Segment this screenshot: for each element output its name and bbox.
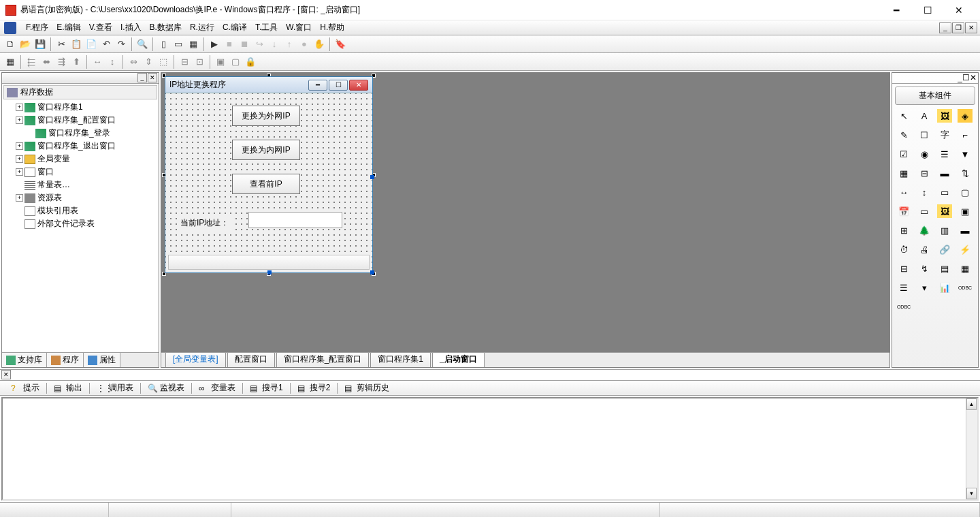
open-icon[interactable]: 📂 bbox=[18, 37, 33, 52]
tree-node[interactable]: 模块引用表 bbox=[3, 204, 157, 217]
close-button[interactable]: ✕ bbox=[943, 0, 975, 20]
hand-icon[interactable]: ✋ bbox=[312, 37, 327, 52]
bring-front-icon[interactable]: ▣ bbox=[213, 54, 228, 69]
output-close-button[interactable]: ✕ bbox=[1, 370, 11, 379]
button-component-icon[interactable]: ▭ bbox=[917, 204, 932, 218]
run-icon[interactable]: ▶ bbox=[207, 37, 222, 52]
project-tree[interactable]: 程序数据 +窗口程序集1+窗口程序集_配置窗口窗口程序集_登录+窗口程序集_退出… bbox=[2, 84, 159, 352]
image-component-icon[interactable]: 🖼 bbox=[937, 204, 952, 218]
align-top-icon[interactable]: ⬆ bbox=[69, 54, 84, 69]
panel-minimize-button[interactable]: _ bbox=[137, 73, 147, 82]
menu-window[interactable]: W.窗口 bbox=[282, 20, 316, 35]
same-width-icon[interactable]: ⇔ bbox=[126, 54, 141, 69]
bookmark-icon[interactable]: 🔖 bbox=[333, 37, 348, 52]
popup-component-icon[interactable]: ▾ bbox=[917, 281, 932, 294]
form-button-2[interactable]: 更换为内网IP bbox=[232, 140, 300, 160]
inner-handle-e[interactable] bbox=[370, 175, 374, 179]
tree-node[interactable]: +全局变量 bbox=[3, 153, 157, 166]
tree-node[interactable]: +窗口程序集_退出窗口 bbox=[3, 140, 157, 153]
corner-component-icon[interactable]: ⌐ bbox=[958, 128, 973, 142]
menu-database[interactable]: B.数据库 bbox=[146, 20, 186, 35]
same-size-icon[interactable]: ⬚ bbox=[156, 54, 171, 69]
datasource-component-icon[interactable]: ↯ bbox=[917, 262, 932, 275]
tab-program[interactable]: 程序 bbox=[47, 353, 84, 367]
timer-component-icon[interactable]: ⏱ bbox=[896, 242, 911, 256]
form-button-3[interactable]: 查看前IP bbox=[232, 174, 300, 194]
redo-icon[interactable]: ↷ bbox=[114, 37, 129, 52]
expand-icon[interactable]: + bbox=[16, 104, 23, 111]
tab-global-vars[interactable]: [全局变量表] bbox=[165, 352, 226, 367]
printer-component-icon[interactable]: 🖨 bbox=[917, 242, 932, 256]
align-center-icon[interactable]: ⬌ bbox=[39, 54, 54, 69]
report-component-icon[interactable]: ▤ bbox=[937, 262, 952, 275]
menu-run[interactable]: R.运行 bbox=[186, 20, 218, 35]
picture-component-icon[interactable]: 🖼 bbox=[937, 109, 952, 123]
tab-clip-history[interactable]: ▤剪辑历史 bbox=[339, 380, 395, 396]
layout1-icon[interactable]: ▯ bbox=[156, 37, 171, 52]
distribute-v-icon[interactable]: ↕ bbox=[105, 54, 120, 69]
tab-search1[interactable]: ▤搜寻1 bbox=[244, 380, 289, 396]
form-label-ip[interactable]: 当前IP地址： bbox=[178, 216, 231, 230]
center-h-icon[interactable]: ⊟ bbox=[177, 54, 192, 69]
mdi-close-button[interactable]: ✕ bbox=[965, 22, 977, 33]
layout2-icon[interactable]: ▭ bbox=[171, 37, 186, 52]
distribute-h-icon[interactable]: ↔ bbox=[90, 54, 105, 69]
form-designer-canvas[interactable]: IP地址更换程序 ━ ☐ ✕ 更换为外网IP 更换为内网IP 查看前IP 当前I bbox=[161, 73, 889, 352]
tree-node[interactable]: +窗口程序集1 bbox=[3, 101, 157, 114]
form-client-area[interactable]: 更换为外网IP 更换为内网IP 查看前IP 当前IP地址： bbox=[165, 93, 372, 272]
tab-search2[interactable]: ▤搜寻2 bbox=[292, 380, 336, 396]
mdi-minimize-button[interactable]: _ bbox=[939, 22, 951, 33]
tab-start-window[interactable]: _启动窗口 bbox=[432, 352, 485, 367]
odbc2-component-icon[interactable]: ODBC bbox=[896, 300, 911, 313]
designed-form-window[interactable]: IP地址更换程序 ━ ☐ ✕ 更换为外网IP 更换为内网IP 查看前IP 当前I bbox=[165, 76, 373, 273]
slider-component-icon[interactable]: ⊟ bbox=[917, 166, 932, 180]
form-statusbar[interactable] bbox=[168, 255, 370, 270]
save-icon[interactable]: 💾 bbox=[33, 37, 48, 52]
toolbar-component-icon[interactable]: ▥ bbox=[937, 223, 952, 237]
tree-node[interactable]: +窗口程序集_配置窗口 bbox=[3, 114, 157, 127]
odbc-component-icon[interactable]: ODBC bbox=[958, 281, 973, 294]
find-icon[interactable]: 🔍 bbox=[135, 37, 150, 52]
copy-icon[interactable]: 📋 bbox=[69, 37, 84, 52]
textbox-component-icon[interactable]: ☐ bbox=[917, 128, 932, 142]
tab-vars[interactable]: ∞变量表 bbox=[193, 380, 241, 396]
tree-node[interactable]: 窗口程序集_登录 bbox=[3, 127, 157, 140]
tab-properties[interactable]: 属性 bbox=[84, 353, 120, 367]
progress-component-icon[interactable]: ▬ bbox=[937, 166, 952, 180]
scroll-down-icon[interactable]: ▼ bbox=[966, 488, 977, 499]
center-v-icon[interactable]: ⊡ bbox=[192, 54, 207, 69]
paste-icon[interactable]: 📄 bbox=[84, 37, 99, 52]
tab-config-window[interactable]: 配置窗口 bbox=[227, 352, 275, 367]
step-out-icon[interactable]: ↑ bbox=[282, 37, 297, 52]
checkbox-component-icon[interactable]: ☑ bbox=[896, 147, 911, 161]
panel-component-icon[interactable]: ▣ bbox=[958, 204, 973, 218]
minimize-button[interactable]: ━ bbox=[881, 0, 912, 20]
menu-program[interactable]: F.程序 bbox=[22, 20, 52, 35]
palette-close-button[interactable]: ✕ bbox=[970, 73, 977, 83]
label-component-icon[interactable]: A bbox=[917, 109, 932, 123]
tree-root[interactable]: 程序数据 bbox=[3, 85, 157, 99]
tree-node[interactable]: +资源表 bbox=[3, 191, 157, 204]
chart-component-icon[interactable]: 📊 bbox=[937, 281, 952, 294]
expand-icon[interactable]: + bbox=[16, 142, 23, 150]
align-right-icon[interactable]: ⇶ bbox=[54, 54, 69, 69]
tree-node[interactable]: 外部文件记录表 bbox=[3, 217, 157, 230]
tree-node[interactable]: +窗口 bbox=[3, 166, 157, 178]
dataset-component-icon[interactable]: ⊟ bbox=[896, 262, 911, 275]
form-button-1[interactable]: 更换为外网IP bbox=[232, 106, 300, 126]
palette-restore-button[interactable]: ☐ bbox=[962, 73, 970, 83]
align-left-icon[interactable]: ⬱ bbox=[24, 54, 39, 69]
expand-icon[interactable]: + bbox=[16, 168, 23, 176]
tab-support-lib[interactable]: 支持库 bbox=[2, 353, 47, 367]
tab-watch[interactable]: 🔍监视表 bbox=[142, 380, 190, 396]
tab-config-window-set[interactable]: 窗口程序集_配置窗口 bbox=[276, 352, 370, 367]
step-over-icon[interactable]: ↪ bbox=[252, 37, 267, 52]
network-component-icon[interactable]: 🔗 bbox=[937, 242, 952, 256]
panel-close-button[interactable]: ✕ bbox=[148, 73, 157, 82]
send-back-icon[interactable]: ▢ bbox=[228, 54, 243, 69]
pointer-tool-icon[interactable]: ↖ bbox=[896, 109, 911, 123]
grid-icon[interactable]: ▦ bbox=[3, 54, 18, 69]
edit-component-icon[interactable]: ✎ bbox=[896, 128, 911, 142]
stop-icon[interactable]: ⏹ bbox=[237, 37, 252, 52]
output-scrollbar[interactable]: ▲ ▼ bbox=[966, 398, 977, 499]
